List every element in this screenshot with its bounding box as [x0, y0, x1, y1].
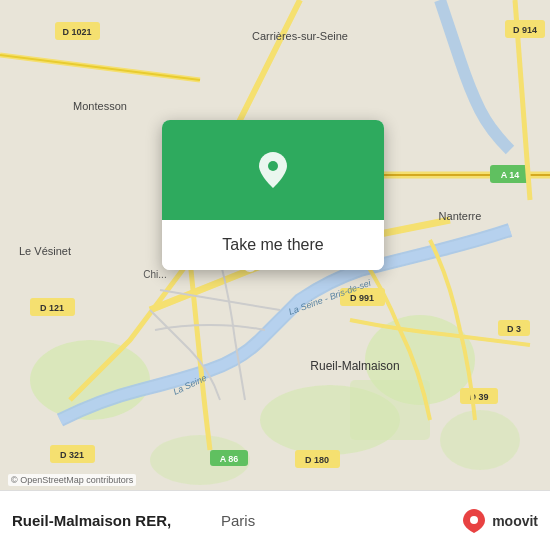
popup-card: Take me there [162, 120, 384, 270]
moovit-brand-text: moovit [492, 513, 538, 529]
svg-text:Montesson: Montesson [73, 100, 127, 112]
svg-text:D 1021: D 1021 [62, 27, 91, 37]
popup-header [162, 120, 384, 220]
svg-text:D 180: D 180 [305, 455, 329, 465]
svg-text:Le Vésinet: Le Vésinet [19, 245, 71, 257]
svg-text:A 86: A 86 [220, 454, 239, 464]
svg-text:Rueil-Malmaison: Rueil-Malmaison [310, 359, 399, 373]
copyright-notice: © OpenStreetMap contributors [8, 474, 136, 486]
city-name: Paris [221, 512, 255, 529]
moovit-logo: moovit [460, 507, 538, 535]
svg-point-42 [470, 516, 478, 524]
svg-text:A 14: A 14 [501, 170, 520, 180]
moovit-pin-icon [460, 507, 488, 535]
svg-text:Carrières-sur-Seine: Carrières-sur-Seine [252, 30, 348, 42]
svg-text:D 3: D 3 [507, 324, 521, 334]
station-name: Rueil-Malmaison RER, [12, 512, 217, 529]
svg-text:D 121: D 121 [40, 303, 64, 313]
svg-text:D 991: D 991 [350, 293, 374, 303]
svg-text:Nanterre: Nanterre [439, 210, 482, 222]
svg-text:D 321: D 321 [60, 450, 84, 460]
svg-point-5 [440, 410, 520, 470]
map-container: A 14 D 914 D 1021 D 991 D 121 A 86 D [0, 0, 550, 490]
svg-text:D 914: D 914 [513, 25, 537, 35]
svg-point-41 [268, 161, 278, 171]
svg-text:Chi...: Chi... [143, 269, 166, 280]
svg-rect-6 [350, 380, 430, 440]
bottom-bar: Rueil-Malmaison RER, Paris moovit [0, 490, 550, 550]
location-pin-icon [251, 148, 295, 192]
take-me-there-button[interactable]: Take me there [162, 220, 384, 270]
